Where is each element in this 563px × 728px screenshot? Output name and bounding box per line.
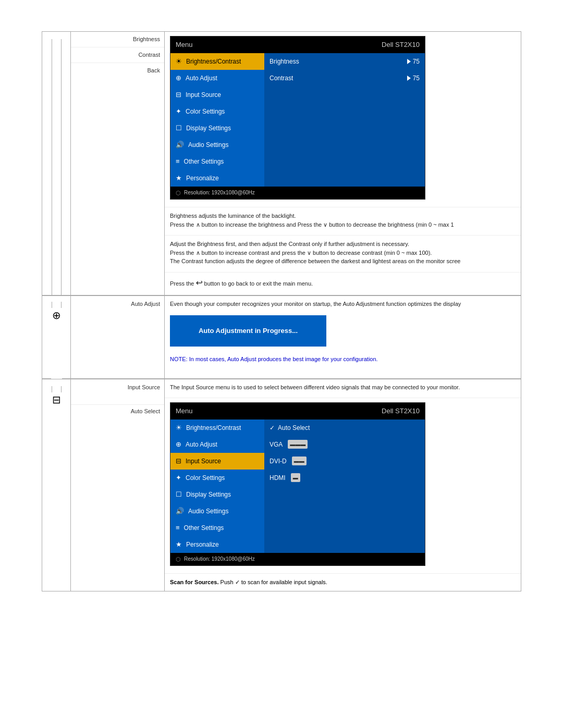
- back-arrow-icon: ↪: [196, 277, 203, 289]
- osd-right-display-b: [264, 120, 425, 137]
- osd-row-audio-b[interactable]: 🔊 Audio Settings: [170, 137, 425, 153]
- osd-right-vga: VGA ▬▬▬: [264, 436, 425, 453]
- osd-icon-color-b: ✦: [176, 106, 181, 117]
- osd-section-input: Menu Dell ST2X10 ☀ Brightness/Contrast ✓…: [165, 398, 521, 574]
- osd-right-hdmi: HDMI ▬: [264, 470, 425, 486]
- icon-col-auto: ⊕: [42, 295, 71, 379]
- osd-left-auto-adjust-b: ⊕ Auto Adjust: [170, 70, 264, 87]
- osd-row-personalize-b[interactable]: ★ Personalize: [170, 170, 425, 187]
- osd-footer-icon-b: ⬡: [176, 189, 181, 198]
- contrast-description: Adjust the Brightness first, and then ad…: [165, 236, 521, 273]
- label-brightness: Brightness: [71, 32, 164, 47]
- osd-footer-text-b: Resolution: 1920x1080@60Hz: [184, 189, 255, 196]
- osd-left-other-b: ≡ Other Settings: [170, 153, 264, 170]
- osd-left-bc-input: ☀ Brightness/Contrast: [170, 419, 264, 436]
- osd-left-ds-input: ☐ Display Settings: [170, 486, 264, 503]
- osd-row-display-b[interactable]: ☐ Display Settings: [170, 120, 425, 137]
- osd-title-input: Menu: [176, 406, 193, 416]
- osd-brand-brightness: Dell ST2X10: [382, 40, 420, 50]
- vga-connector-icon: ▬▬▬: [288, 440, 308, 449]
- osd-right-color-b: [264, 103, 425, 120]
- osd-row-cs-input[interactable]: ✦ Color Settings HDMI ▬: [170, 470, 425, 486]
- osd-right-audio-b: [264, 137, 425, 153]
- osd-right-os-input: [264, 520, 425, 536]
- auto-select-desc-cell: Scan for Sources. Push ✓ to scan for ava…: [165, 574, 521, 591]
- osd-row-input-b[interactable]: ⊟ Input Source: [170, 87, 425, 103]
- auto-adjust-icon: ⊕: [51, 308, 62, 379]
- osd-row-auto-adjust-b[interactable]: ⊕ Auto Adjust Contrast 75: [170, 70, 425, 87]
- osd-left-personalize-b: ★ Personalize: [170, 170, 264, 187]
- input-source-desc-cell: The Input Source menu is to used to sele…: [165, 379, 521, 399]
- osd-left-as-input: 🔊 Audio Settings: [170, 503, 264, 520]
- osd-icon-auto-b: ⊕: [176, 73, 181, 83]
- content-col-brightness: Menu Dell ST2X10 ☀ Brightness/Contrast B…: [165, 32, 521, 295]
- page-wrapper: Brightness Contrast Back Menu Dell ST2X1…: [0, 0, 563, 622]
- hdmi-connector-icon: ▬: [291, 473, 300, 482]
- osd-right-ds-input: [264, 486, 425, 503]
- osd-menu-brightness: Menu Dell ST2X10 ☀ Brightness/Contrast B…: [170, 36, 425, 200]
- osd-left-is-input: ⊟ Input Source: [170, 453, 264, 470]
- label-col-auto: Auto Adjust: [71, 295, 165, 379]
- label-auto-adjust: Auto Adjust: [71, 295, 164, 337]
- label-input-source: Input Source: [71, 379, 164, 405]
- osd-right-brightness: Brightness 75: [264, 53, 425, 70]
- checkmark-icon: ✓: [270, 423, 275, 433]
- osd-right-as-input: [264, 503, 425, 520]
- arrow-icon-brightness: [407, 59, 411, 64]
- dvid-connector-icon: ▬▬: [292, 456, 307, 465]
- osd-icon-other-b: ≡: [176, 156, 180, 167]
- osd-icon-display-b: ☐: [176, 123, 182, 133]
- icon-col-input: ⊟: [42, 379, 71, 591]
- osd-header-brightness: Menu Dell ST2X10: [170, 36, 425, 53]
- auto-adjust-progress-box: Auto Adjustment in Progress...: [170, 315, 326, 347]
- osd-right-input-b: [264, 87, 425, 103]
- osd-row-color-b[interactable]: ✦ Color Settings: [170, 103, 425, 120]
- brightness-description: Brightness adjusts the luminance of the …: [165, 207, 521, 236]
- osd-footer-text-input: Resolution: 1920x1080@60Hz: [184, 555, 255, 563]
- osd-left-os-input: ≡ Other Settings: [170, 520, 264, 536]
- contrast-desc-text: Adjust the Brightness first, and then ad…: [170, 240, 516, 266]
- content-col-auto: Even though your computer recognizes you…: [165, 295, 521, 379]
- label-contrast: Contrast: [71, 47, 164, 63]
- osd-brand-input: Dell ST2X10: [382, 406, 420, 416]
- input-source-desc: The Input Source menu is to used to sele…: [170, 383, 516, 392]
- auto-adjust-desc: Even though your computer recognizes you…: [170, 300, 516, 309]
- auto-select-desc-text: Scan for Sources. Push ✓ to scan for ava…: [170, 578, 516, 587]
- osd-row-p-input[interactable]: ★ Personalize: [170, 536, 425, 553]
- osd-left-audio-b: 🔊 Audio Settings: [170, 137, 264, 153]
- osd-row-other-b[interactable]: ≡ Other Settings: [170, 153, 425, 170]
- osd-icon-personalize-b: ★: [176, 173, 182, 183]
- osd-right-personalize-b: [264, 170, 425, 187]
- auto-adjust-content: Even though your computer recognizes you…: [165, 295, 521, 379]
- label-col-brightness: Brightness Contrast Back: [71, 32, 165, 295]
- section-input-source: ⊟ Input Source Auto Select The Input Sou…: [42, 378, 521, 591]
- osd-icon-audio-b: 🔊: [176, 140, 184, 150]
- osd-left-color-b: ✦ Color Settings: [170, 103, 264, 120]
- section-auto-adjust: ⊕ Auto Adjust Even though your computer …: [42, 295, 521, 379]
- arrow-icon-contrast: [407, 76, 411, 81]
- label-auto-select-bottom: Auto Select: [71, 405, 164, 421]
- osd-left-input-b: ⊟ Input Source: [170, 87, 264, 103]
- auto-adjust-note: NOTE: In most cases, Auto Adjust produce…: [170, 355, 516, 364]
- osd-right-contrast: Contrast 75: [264, 70, 425, 87]
- osd-section-brightness: Menu Dell ST2X10 ☀ Brightness/Contrast B…: [165, 32, 521, 207]
- osd-row-os-input[interactable]: ≡ Other Settings: [170, 520, 425, 536]
- osd-footer-brightness: ⬡ Resolution: 1920x1080@60Hz: [170, 187, 425, 200]
- osd-row-as-input[interactable]: 🔊 Audio Settings: [170, 503, 425, 520]
- back-desc-text: Press the ↪ button to go back to or exit…: [170, 277, 516, 289]
- osd-right-p-input: [264, 536, 425, 553]
- label-col-input: Input Source Auto Select: [71, 379, 165, 591]
- osd-row-aa-input[interactable]: ⊕ Auto Adjust VGA ▬▬▬: [170, 436, 425, 453]
- osd-menu-input: Menu Dell ST2X10 ☀ Brightness/Contrast ✓…: [170, 402, 425, 566]
- osd-header-input: Menu Dell ST2X10: [170, 403, 425, 419]
- osd-row-bc-input[interactable]: ☀ Brightness/Contrast ✓ Auto Select: [170, 419, 425, 436]
- osd-left-p-input: ★ Personalize: [170, 536, 264, 553]
- osd-footer-input: ⬡ Resolution: 1920x1080@60Hz: [170, 553, 425, 566]
- osd-row-brightness-contrast[interactable]: ☀ Brightness/Contrast Brightness 75: [170, 53, 425, 70]
- osd-row-is-input[interactable]: ⊟ Input Source DVI-D ▬▬: [170, 453, 425, 470]
- osd-title-brightness: Menu: [176, 40, 193, 50]
- osd-left-cs-input: ✦ Color Settings: [170, 470, 264, 486]
- osd-right-other-b: [264, 153, 425, 170]
- scan-for-sources-label: Scan for Sources.: [170, 579, 219, 585]
- osd-row-ds-input[interactable]: ☐ Display Settings: [170, 486, 425, 503]
